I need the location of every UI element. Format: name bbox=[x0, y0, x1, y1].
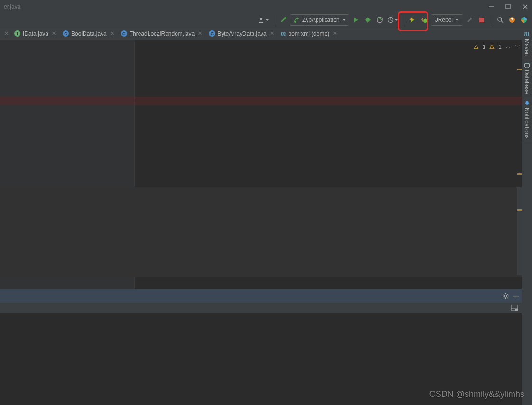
watermark: CSDN @shmily&&ylimhs bbox=[429, 389, 524, 399]
attach-icon[interactable] bbox=[465, 15, 475, 25]
tab-idata[interactable]: I IData.java ✕ bbox=[11, 27, 59, 40]
run-config-select[interactable]: ZypApplication bbox=[290, 14, 349, 26]
chevron-down-icon bbox=[342, 19, 346, 21]
minimap-mark[interactable] bbox=[517, 209, 522, 211]
minimize-icon[interactable] bbox=[488, 4, 494, 9]
warning-icon: ⚠ bbox=[489, 44, 495, 50]
titlebar: er.java bbox=[0, 0, 532, 13]
svg-point-4 bbox=[260, 18, 262, 20]
plugin-icon[interactable] bbox=[519, 15, 529, 25]
svg-point-15 bbox=[423, 19, 427, 23]
warning-icon: ⚠ bbox=[474, 44, 479, 50]
close-icon[interactable]: ✕ bbox=[333, 30, 337, 37]
close-icon[interactable] bbox=[523, 4, 528, 9]
separator bbox=[274, 15, 274, 25]
chevron-down-icon bbox=[455, 19, 459, 21]
svg-line-30 bbox=[504, 294, 504, 295]
hide-icon[interactable]: — bbox=[513, 293, 519, 299]
maven-icon: m bbox=[524, 30, 530, 37]
tab-bytearraydata[interactable]: C ByteArrayData.java ✕ bbox=[205, 27, 277, 40]
class-icon: C bbox=[209, 30, 215, 37]
maximize-icon[interactable] bbox=[505, 4, 511, 9]
svg-line-31 bbox=[507, 297, 508, 298]
tab-label: ByteArrayData.java bbox=[217, 30, 266, 37]
gear-icon[interactable] bbox=[502, 293, 509, 300]
interface-icon: I bbox=[14, 30, 20, 37]
svg-line-32 bbox=[507, 294, 508, 295]
error-stripe bbox=[0, 97, 532, 105]
close-icon[interactable]: ✕ bbox=[198, 30, 202, 37]
svg-point-23 bbox=[524, 63, 529, 64]
tool-label: Maven bbox=[523, 39, 530, 56]
editor-area bbox=[0, 40, 532, 289]
jrebel-select[interactable]: JRebel bbox=[431, 14, 463, 26]
build-hammer-icon[interactable] bbox=[278, 15, 289, 25]
warning-count: 1 bbox=[483, 44, 486, 50]
svg-line-33 bbox=[504, 297, 504, 298]
inspection-widget[interactable]: ⚠ 1 ⚠ 1 ︿ ﹀ bbox=[474, 43, 521, 51]
tool-maven[interactable]: m Maven bbox=[522, 27, 532, 59]
toolwindow-header: — bbox=[0, 289, 522, 303]
database-icon bbox=[524, 62, 530, 68]
svg-rect-1 bbox=[506, 4, 510, 9]
class-icon: C bbox=[121, 30, 127, 37]
editor-tabs: ✕ I IData.java ✕ C BoolData.java ✕ C Thr… bbox=[0, 27, 532, 40]
class-icon: C bbox=[63, 30, 69, 37]
jrebel-label: JRebel bbox=[435, 17, 453, 23]
tool-label: Database bbox=[523, 70, 530, 94]
minimap-mark[interactable] bbox=[517, 173, 522, 175]
layout-icon[interactable] bbox=[511, 305, 518, 311]
user-icon[interactable] bbox=[257, 15, 270, 25]
separator bbox=[403, 15, 403, 25]
svg-point-25 bbox=[504, 295, 507, 297]
close-icon[interactable]: ✕ bbox=[110, 30, 114, 37]
right-toolwindow-stripe: m Maven Database Notifications bbox=[522, 27, 532, 405]
debug-icon[interactable] bbox=[363, 15, 373, 25]
svg-point-7 bbox=[366, 18, 370, 22]
tab-threadlocalrandom[interactable]: C ThreadLocalRandom.java ✕ bbox=[118, 27, 205, 40]
jrebel-run-icon[interactable] bbox=[407, 15, 418, 25]
svg-point-6 bbox=[294, 21, 296, 23]
warning-count: 1 bbox=[498, 44, 502, 50]
run-icon[interactable] bbox=[351, 15, 361, 25]
tab-label: BoolData.java bbox=[71, 30, 107, 37]
minimap-mark[interactable] bbox=[517, 69, 522, 70]
ide-update-icon[interactable] bbox=[507, 15, 517, 25]
main-toolbar: ZypApplication JRebel bbox=[0, 13, 532, 27]
close-icon[interactable]: ✕ bbox=[52, 30, 56, 37]
tab-label: IData.java bbox=[23, 30, 48, 37]
tool-database[interactable]: Database bbox=[522, 59, 532, 97]
run-config-label: ZypApplication bbox=[302, 17, 340, 23]
tab-pomxml[interactable]: m pom.xml (demo) ✕ bbox=[278, 27, 341, 40]
highlight-band bbox=[0, 187, 532, 277]
search-icon[interactable] bbox=[495, 15, 505, 25]
svg-rect-18 bbox=[479, 18, 484, 22]
tab-label: ThreadLocalRandom.java bbox=[130, 30, 195, 37]
tool-label: Notifications bbox=[523, 108, 530, 138]
tab-close-left[interactable]: ✕ bbox=[2, 30, 11, 37]
profile-icon[interactable] bbox=[386, 15, 399, 25]
window-title: er.java bbox=[4, 3, 20, 10]
maven-icon: m bbox=[281, 30, 286, 37]
stop-icon[interactable] bbox=[476, 15, 487, 25]
tab-label: pom.xml (demo) bbox=[288, 30, 329, 37]
error-stripe-minimap[interactable] bbox=[517, 40, 522, 275]
bell-icon bbox=[524, 100, 530, 106]
tab-booldata[interactable]: C BoolData.java ✕ bbox=[59, 27, 118, 40]
window-controls bbox=[488, 4, 528, 9]
tool-notifications[interactable]: Notifications bbox=[522, 97, 532, 142]
separator bbox=[491, 15, 491, 25]
jrebel-debug-icon[interactable] bbox=[419, 15, 429, 25]
svg-line-14 bbox=[391, 20, 392, 21]
svg-rect-36 bbox=[515, 309, 518, 311]
svg-point-19 bbox=[498, 18, 502, 21]
toolwindow-subbar bbox=[0, 303, 522, 313]
coverage-icon[interactable] bbox=[374, 15, 385, 25]
svg-line-20 bbox=[501, 21, 503, 23]
close-icon[interactable]: ✕ bbox=[270, 30, 274, 37]
svg-point-24 bbox=[526, 104, 528, 106]
svg-rect-17 bbox=[470, 18, 472, 19]
chevron-up-icon[interactable]: ︿ bbox=[505, 43, 511, 51]
